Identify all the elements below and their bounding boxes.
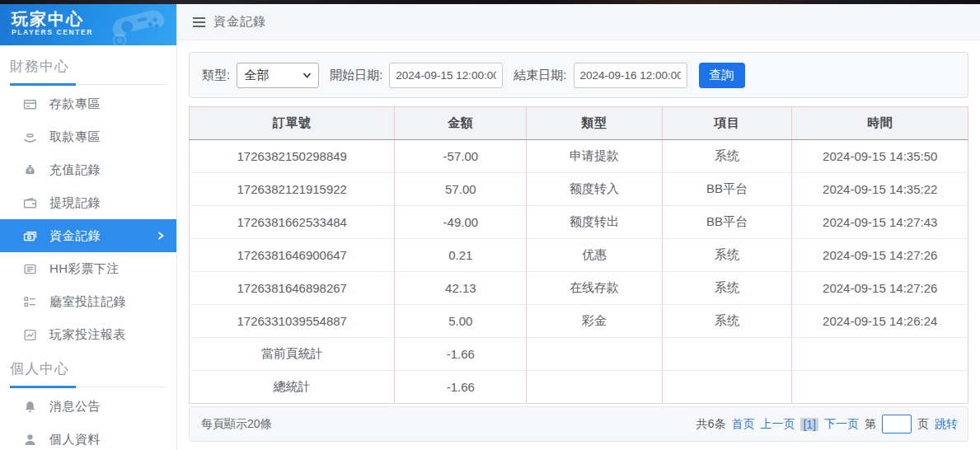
sidebar-item-label: 充值記錄 bbox=[49, 162, 101, 178]
sidebar-item-player-bet-report[interactable]: 玩家投注報表 bbox=[0, 318, 176, 351]
cell-order-no: 1726381646898267 bbox=[190, 272, 395, 305]
cell-type: 申请提款 bbox=[527, 140, 662, 173]
prev-page-link[interactable]: 上一页 bbox=[760, 417, 795, 432]
sidebar-item-withdraw-zone[interactable]: 取款專區 bbox=[0, 120, 176, 153]
col-header-order-no: 訂單號 bbox=[190, 107, 395, 140]
cell-type: 额度转入 bbox=[527, 173, 662, 206]
section-underline bbox=[10, 83, 166, 86]
personal-nav: 消息公告 個人資料 bbox=[0, 390, 176, 450]
chevron-down-icon bbox=[302, 71, 312, 80]
cell-type: 优惠 bbox=[527, 239, 662, 272]
sidebar-item-profile[interactable]: 個人資料 bbox=[0, 423, 176, 450]
cell-time: 2024-09-15 14:27:26 bbox=[792, 239, 968, 272]
sidebar-item-room-bet-records[interactable]: 廳室投註記錄 bbox=[0, 285, 176, 318]
cell-order-no: 1726331039554887 bbox=[190, 305, 395, 338]
sidebar-item-label: 玩家投注報表 bbox=[49, 327, 126, 343]
summary-amount: -1.66 bbox=[395, 338, 527, 371]
wallet-icon bbox=[23, 196, 37, 210]
cell-order-no: 1726382150298849 bbox=[190, 140, 395, 173]
cell-amount: -49.00 bbox=[395, 206, 527, 239]
summary-row-current-page: 當前頁統計 -1.66 bbox=[190, 338, 968, 371]
sidebar-item-deposit-zone[interactable]: 存款專區 bbox=[0, 87, 176, 120]
search-button[interactable]: 查詢 bbox=[699, 63, 745, 88]
personal-section-title: 個人中心 bbox=[10, 359, 166, 378]
cell-amount: 5.00 bbox=[395, 305, 527, 338]
sidebar: 玩家中心 PLAYERS CENTER bbox=[0, 4, 177, 450]
cell-order-no: 1726382121915922 bbox=[190, 173, 395, 206]
sidebar-item-label: 消息公告 bbox=[49, 399, 101, 415]
newspaper-icon bbox=[23, 262, 37, 276]
type-label: 類型: bbox=[202, 68, 230, 83]
cell-time: 2024-09-15 14:35:50 bbox=[792, 140, 968, 173]
table-row: 1726382121915922 57.00 额度转入 BB平台 2024-09… bbox=[190, 173, 968, 206]
pagination-controls: 共6条 首页 上一页 [1] 下一页 第 页 跳转 bbox=[696, 415, 958, 434]
col-header-type: 類型 bbox=[527, 107, 662, 140]
end-date-input[interactable] bbox=[574, 63, 687, 88]
main-area: 資金記錄 類型: 全部 開始日期: 結束日期: 查詢 bbox=[178, 4, 980, 450]
sidebar-item-announcements[interactable]: 消息公告 bbox=[0, 390, 176, 423]
players-center-page: 玩家中心 PLAYERS CENTER bbox=[0, 0, 980, 450]
cell-time: 2024-09-15 14:26:24 bbox=[792, 305, 968, 338]
jump-link[interactable]: 跳转 bbox=[935, 417, 958, 432]
content: 類型: 全部 開始日期: 結束日期: 查詢 訂單號 bbox=[178, 40, 980, 442]
next-page-link[interactable]: 下一页 bbox=[824, 417, 859, 432]
col-header-amount: 金額 bbox=[395, 107, 527, 140]
breadcrumb: 資金記錄 bbox=[213, 14, 266, 30]
jump-page-input[interactable] bbox=[882, 415, 912, 434]
table-row: 1726381646898267 42.13 在线存款 系统 2024-09-1… bbox=[190, 272, 968, 305]
sidebar-item-label: 存款專區 bbox=[49, 96, 101, 112]
cell-item: 系统 bbox=[662, 305, 792, 338]
sidebar-item-withdrawal-records[interactable]: 提現記錄 bbox=[0, 186, 176, 219]
money-bag-icon: ¥ bbox=[23, 163, 37, 177]
col-header-time: 時間 bbox=[792, 107, 968, 140]
hamburger-menu-icon[interactable] bbox=[193, 17, 205, 27]
bell-icon bbox=[23, 400, 37, 414]
col-header-item: 項目 bbox=[662, 107, 792, 140]
personal-section-header: 個人中心 bbox=[0, 351, 176, 388]
sidebar-item-label: HH彩票下注 bbox=[49, 261, 120, 277]
sidebar-item-label: 提現記錄 bbox=[49, 195, 101, 211]
bank-card-icon bbox=[23, 97, 37, 111]
cell-order-no: 1726381662533484 bbox=[190, 206, 395, 239]
page-suffix-text: 页 bbox=[917, 417, 929, 432]
sidebar-item-label: 廳室投註記錄 bbox=[49, 294, 126, 310]
sidebar-item-label: 取款專區 bbox=[49, 129, 101, 145]
sidebar-item-fund-records[interactable]: 資金記錄 bbox=[0, 219, 176, 252]
first-page-link[interactable]: 首页 bbox=[731, 417, 754, 432]
table-row: 1726381646900647 0.21 优惠 系统 2024-09-15 1… bbox=[190, 239, 968, 272]
cell-type: 彩金 bbox=[527, 305, 662, 338]
banknotes-icon bbox=[23, 229, 37, 243]
fund-records-table: 訂單號 金額 類型 項目 時間 1726382150298849 -57.00 … bbox=[189, 106, 968, 404]
cell-item: BB平台 bbox=[662, 206, 792, 239]
end-date-label: 結束日期: bbox=[513, 68, 566, 83]
checklist-icon bbox=[23, 295, 37, 309]
current-page-indicator: [1] bbox=[800, 418, 818, 431]
cell-item: 系统 bbox=[662, 239, 792, 272]
finance-section-header: 財務中心 bbox=[0, 45, 176, 86]
logo-circle-decoration bbox=[107, 32, 132, 45]
type-select[interactable]: 全部 bbox=[237, 63, 319, 88]
cell-item: BB平台 bbox=[662, 173, 792, 206]
sidebar-item-recharge-records[interactable]: ¥ 充值記錄 bbox=[0, 153, 176, 186]
start-date-label: 開始日期: bbox=[330, 68, 382, 83]
cell-amount: 57.00 bbox=[395, 173, 527, 206]
hand-money-icon bbox=[23, 130, 37, 144]
cell-amount: 42.13 bbox=[395, 272, 527, 305]
person-icon bbox=[23, 433, 37, 447]
finance-nav: 存款專區 取款專區 ¥ 充值記錄 提現記錄 bbox=[0, 87, 176, 351]
pagination-bar: 每頁顯示20條 共6条 首页 上一页 [1] 下一页 第 页 跳转 bbox=[189, 406, 968, 442]
cell-order-no: 1726381646900647 bbox=[190, 239, 395, 272]
table-row: 1726382150298849 -57.00 申请提款 系统 2024-09-… bbox=[190, 140, 968, 173]
cell-item: 系统 bbox=[662, 140, 792, 173]
table-header-row: 訂單號 金額 類型 項目 時間 bbox=[190, 107, 968, 140]
table-row: 1726331039554887 5.00 彩金 系统 2024-09-15 1… bbox=[190, 305, 968, 338]
summary-row-total: 總統計 -1.66 bbox=[190, 371, 968, 404]
start-date-input[interactable] bbox=[389, 63, 503, 88]
cell-type: 在线存款 bbox=[527, 272, 662, 305]
section-underline bbox=[10, 386, 166, 388]
sidebar-item-hh-lottery-bets[interactable]: HH彩票下注 bbox=[0, 252, 176, 285]
per-page-text: 每頁顯示20條 bbox=[201, 417, 272, 432]
chevron-right-icon bbox=[157, 232, 165, 240]
sidebar-item-label: 資金記錄 bbox=[49, 228, 101, 244]
cell-time: 2024-09-15 14:27:43 bbox=[792, 206, 968, 239]
